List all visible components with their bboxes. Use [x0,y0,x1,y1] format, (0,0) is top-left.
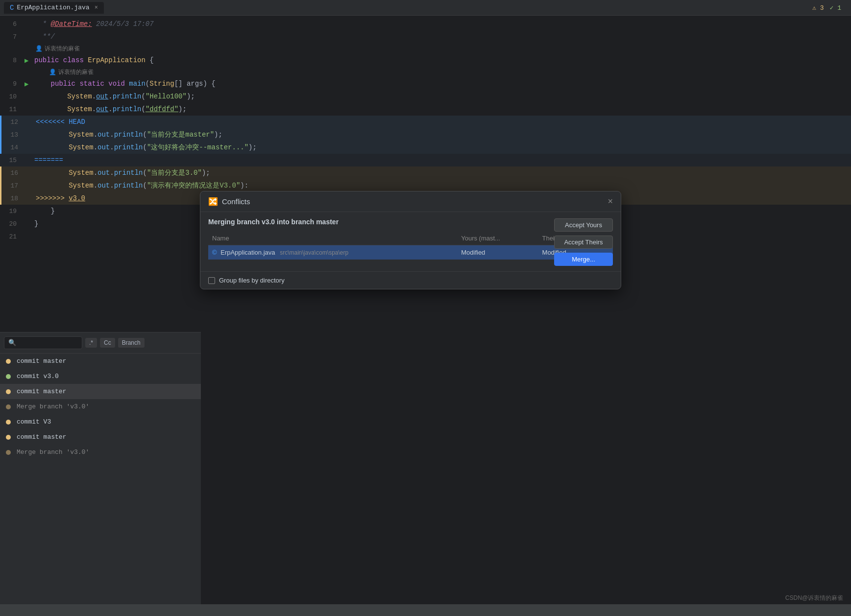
commit-item-6[interactable]: commit master [0,429,201,445]
code-line-12: 12 <<<<<<< HEAD [0,116,851,128]
commit-dot [6,374,11,379]
file-path: src\main\java\com\spa\erp [280,249,348,256]
dialog-title-text: Conflicts [222,197,250,206]
accept-theirs-button[interactable]: Accept Theirs [554,236,613,249]
code-line-13: 13 System.out.println("当前分支是master"); [0,128,851,141]
title-bar: C ErpApplication.java × ⚠ 3 ✓ 1 [0,0,851,16]
file-cell: © ErpApplication.java src\main\java\com\… [208,245,457,260]
accept-yours-button[interactable]: Accept Yours [554,218,613,232]
commit-item-7[interactable]: Merge branch 'v3.0' [0,445,201,460]
warnings-count: ⚠ 3 [812,4,824,12]
commit-item-1[interactable]: commit master [0,354,201,369]
commit-dot [6,404,11,409]
status-bar: CSDN@诉衷情的麻雀 [0,604,851,616]
checks-count: ✓ 1 [830,4,841,12]
tab-close-icon[interactable]: × [95,4,98,11]
code-line-16: 16 System.out.println("当前分支是3.0"); [0,166,851,179]
java-file-icon: C [10,4,14,12]
case-btn[interactable]: Cc [100,338,115,348]
dialog-subtitle: Merging branch v3.0 into branch master [208,218,613,226]
commit-label: Merge branch 'v3.0' [17,403,89,410]
code-line-17: 17 System.out.println("演示有冲突的情况这是V3.0"): [0,179,851,192]
group-by-dir-label: Group files by directory [219,277,285,284]
commit-label: commit V3 [17,418,51,426]
commit-dot [6,420,11,425]
warning-badge: ⚠ 3 ✓ 1 [812,4,841,12]
commit-dot [6,359,11,364]
conflicts-table: Name Yours (mast... Theirs (v3.... © Erp… [208,232,613,260]
file-icon: © [212,249,217,256]
group-by-dir-checkbox[interactable] [208,277,215,284]
code-line-15: 15 ======= [0,154,851,166]
search-bar: 🔍 .* Cc Branch [0,332,201,354]
code-line-9: 9 ▶ public static void main(String[] arg… [0,77,851,90]
commit-label: commit v3.0 [17,373,59,380]
annotation-method: 👤 诉衷情的麻雀 [0,67,851,77]
csdn-watermark: CSDN@诉衷情的麻雀 [785,594,843,602]
regex-btn[interactable]: .* [85,338,97,348]
dialog-close-button[interactable]: × [608,196,613,207]
commit-item-3[interactable]: commit master [0,384,201,399]
annotation-class: 👤 诉衷情的麻雀 [0,43,851,54]
table-row[interactable]: © ErpApplication.java src\main\java\com\… [208,245,613,260]
avatar-icon-2: 👤 [49,69,56,76]
commit-label: commit master [17,357,66,365]
dialog-title: 🔀 Conflicts [208,197,250,206]
commit-item-2[interactable]: commit v3.0 [0,369,201,384]
dialog-body: Merging branch v3.0 into branch master N… [200,212,621,271]
file-name: ErpApplication.java [220,249,275,256]
branch-btn[interactable]: Branch [118,338,145,348]
code-line-14: 14 System.out.println("这句好将会冲突--master..… [0,141,851,154]
dialog-footer: Group files by directory [200,271,621,289]
file-tab[interactable]: C ErpApplication.java × [4,2,104,14]
code-line-6: 6 * @DateTime: 2024/5/3 17:07 [0,18,851,30]
commit-item-4[interactable]: Merge branch 'v3.0' [0,399,201,414]
commit-label: commit master [17,388,66,395]
col-yours: Yours (mast... [457,232,538,245]
conflicts-icon: 🔀 [208,197,218,206]
commit-dot [6,450,11,455]
commit-label: commit master [17,433,66,441]
col-name: Name [208,232,457,245]
code-line-8: 8 ▶ public class ErpApplication { [0,54,851,67]
commit-label: Merge branch 'v3.0' [17,449,89,456]
git-log-panel: 🔍 .* Cc Branch commit master commit v3.0… [0,332,201,616]
code-line-11: 11 System.out.println("ddfdfd"); [0,103,851,116]
dialog-header: 🔀 Conflicts × [200,191,621,212]
commit-dot [6,389,11,394]
tab-filename: ErpApplication.java [17,4,89,11]
merge-button[interactable]: Merge... [554,253,613,266]
commit-dot [6,435,11,440]
search-icon: 🔍 [8,339,16,347]
avatar-icon-1: 👤 [35,45,43,52]
conflicts-dialog[interactable]: 🔀 Conflicts × Merging branch v3.0 into b… [200,191,621,289]
commit-item-5[interactable]: commit V3 [0,414,201,429]
yours-status: Modified [457,245,538,260]
code-line-10: 10 System.out.println("Hello100"); [0,90,851,103]
dialog-action-buttons: Accept Yours Accept Theirs Merge... [554,218,613,266]
code-line-7: 7 **/ [0,30,851,43]
search-input-wrapper[interactable]: 🔍 [4,336,82,349]
commit-list: commit master commit v3.0 commit master … [0,354,201,460]
